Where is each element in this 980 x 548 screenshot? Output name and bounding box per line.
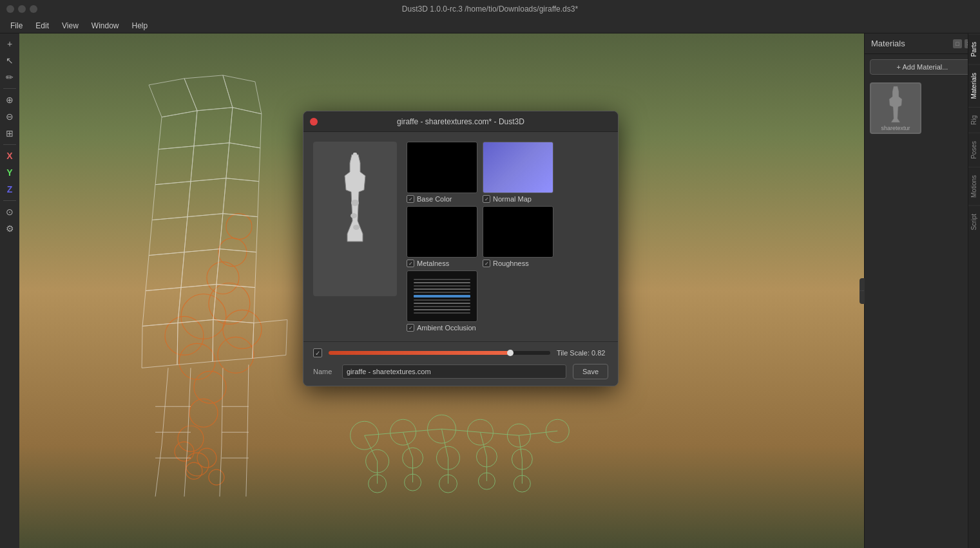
base-color-checkbox[interactable] <box>407 195 414 203</box>
tab-parts[interactable]: Parts <box>968 33 980 64</box>
paint-tool[interactable]: ✏ <box>2 70 17 85</box>
zoom-in-tool[interactable]: ⊕ <box>2 92 17 108</box>
metalness-label-row: Metalness <box>407 260 477 267</box>
roughness-checkbox[interactable] <box>483 260 490 267</box>
name-input[interactable] <box>342 364 566 379</box>
metalness-label: Metalness <box>417 260 449 267</box>
side-tabs: Parts Materials Rig Poses Motions Script <box>968 33 980 548</box>
material-thumbnail[interactable]: sharetextur <box>870 82 921 134</box>
giraffe-model-svg <box>329 151 381 287</box>
menu-window[interactable]: Window <box>86 20 124 32</box>
tab-poses[interactable]: Poses <box>968 133 980 167</box>
tile-scale-checkbox[interactable]: ✓ <box>313 348 322 357</box>
base-color-item: Base Color <box>407 142 477 203</box>
window-buttons <box>6 5 37 13</box>
texture-row-1: Base Color Normal Map <box>407 142 608 203</box>
toolbar-separator-3 <box>3 200 16 201</box>
metalness-item: Metalness <box>407 206 477 267</box>
base-color-label: Base Color <box>417 195 452 203</box>
tab-rig[interactable]: Rig <box>968 107 980 133</box>
ao-line-10 <box>414 309 470 310</box>
ao-label: Ambient Occlusion <box>417 324 476 332</box>
minimize-button[interactable] <box>18 5 26 13</box>
metalness-checkbox[interactable] <box>407 260 414 267</box>
svg-point-88 <box>351 213 357 218</box>
ao-line-1 <box>414 279 470 280</box>
ao-line-8 <box>414 303 470 304</box>
grid-tool[interactable]: ⊞ <box>2 126 17 141</box>
zoom-out-tool[interactable]: ⊖ <box>2 109 17 124</box>
modal-overlay: giraffe - sharetextures.com* - Dust3D <box>19 33 864 548</box>
rotation-tool[interactable]: ⊙ <box>2 204 17 220</box>
normal-map-label: Normal Map <box>493 195 532 203</box>
right-panel: Materials □ ✕ + Add Material... sharetex… <box>864 33 980 548</box>
panel-title: Materials <box>871 39 905 48</box>
name-row: Name Save <box>313 364 608 379</box>
add-material-button[interactable]: + Add Material... <box>870 59 975 75</box>
menubar: File Edit View Window Help <box>0 18 980 33</box>
material-thumb-label: sharetextur <box>881 125 910 131</box>
ao-line-11 <box>414 312 470 314</box>
menu-view[interactable]: View <box>57 20 84 32</box>
base-color-label-row: Base Color <box>407 195 477 203</box>
texture-row-3: Ambient Occlusion <box>407 270 608 332</box>
ao-line-7 <box>414 299 470 301</box>
tile-scale-row: ✓ Tile Scale: 0.82 <box>313 348 608 357</box>
main-layout: + ↖ ✏ ⊕ ⊖ ⊞ X Y Z ⊙ ⚙ <box>0 33 980 548</box>
ao-item: Ambient Occlusion <box>407 270 477 332</box>
model-preview <box>313 142 397 296</box>
dialog-footer: ✓ Tile Scale: 0.82 Name Save <box>303 341 618 386</box>
roughness-item: Roughness <box>483 206 553 267</box>
z-axis-btn[interactable]: Z <box>2 182 17 197</box>
menu-file[interactable]: File <box>5 20 28 32</box>
x-axis-btn[interactable]: X <box>2 148 17 164</box>
window-title: Dust3D 1.0.0-rc.3 /home/tio/Downloads/gi… <box>402 5 578 14</box>
texture-grid: Base Color Normal Map <box>407 142 608 332</box>
normal-map-checkbox[interactable] <box>483 195 490 203</box>
viewport[interactable]: giraffe - sharetextures.com* - Dust3D <box>19 33 864 548</box>
name-label: Name <box>313 368 336 375</box>
ao-checkbox[interactable] <box>407 324 414 332</box>
material-thumb-giraffe <box>883 85 908 124</box>
ao-line-4 <box>414 288 470 290</box>
normal-map-label-row: Normal Map <box>483 195 553 203</box>
toolbar-separator-2 <box>3 144 16 145</box>
texture-row-2: Metalness Roughness <box>407 206 608 267</box>
tile-slider-fill <box>329 351 510 355</box>
y-axis-btn[interactable]: Y <box>2 165 17 180</box>
roughness-label-row: Roughness <box>483 260 553 267</box>
svg-point-89 <box>353 225 360 230</box>
ao-line-3 <box>414 285 470 287</box>
base-color-thumb[interactable] <box>407 142 477 193</box>
tab-script[interactable]: Script <box>968 205 980 238</box>
select-tool[interactable]: ↖ <box>2 53 17 68</box>
roughness-label: Roughness <box>493 260 529 267</box>
menu-edit[interactable]: Edit <box>30 20 54 32</box>
maximize-button[interactable] <box>30 5 37 13</box>
metalness-thumb[interactable] <box>407 206 477 258</box>
tile-slider-container[interactable] <box>329 351 550 355</box>
normal-map-thumb[interactable] <box>483 142 553 193</box>
panel-icon-1[interactable]: □ <box>953 39 962 48</box>
ao-thumb[interactable] <box>407 270 477 322</box>
ao-label-row: Ambient Occlusion <box>407 324 477 332</box>
ao-line-6 <box>414 295 470 298</box>
ao-line-2 <box>414 282 470 283</box>
normal-map-item: Normal Map <box>483 142 553 203</box>
svg-point-87 <box>351 200 359 206</box>
roughness-thumb[interactable] <box>483 206 553 258</box>
close-button[interactable] <box>6 5 14 13</box>
settings-tool[interactable]: ⚙ <box>2 221 17 236</box>
dialog-close-button[interactable] <box>310 118 318 126</box>
ao-preview-content <box>410 274 473 319</box>
add-tool[interactable]: + <box>2 36 17 52</box>
ao-line-5 <box>414 292 470 293</box>
tab-materials[interactable]: Materials <box>968 64 980 107</box>
toolbar-separator-1 <box>3 88 16 89</box>
menu-help[interactable]: Help <box>127 20 153 32</box>
dialog-body: Base Color Normal Map <box>303 132 618 341</box>
tile-slider-track <box>329 351 550 355</box>
save-button[interactable]: Save <box>573 364 608 379</box>
tile-slider-thumb[interactable] <box>507 350 514 356</box>
tab-motions[interactable]: Motions <box>968 167 980 205</box>
